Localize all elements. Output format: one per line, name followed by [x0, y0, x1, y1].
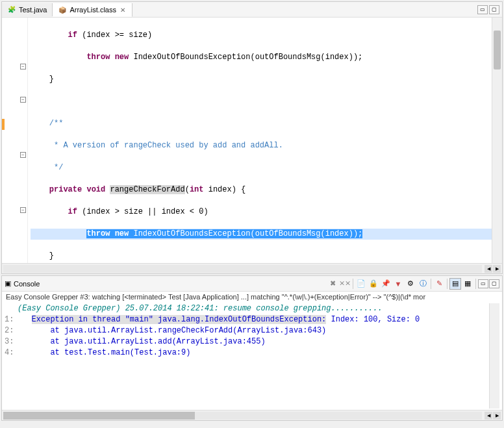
filter-button[interactable]: ▼ [392, 278, 404, 290]
editor-pane: 🧩 Test.java 📦 ArrayList.class ✕ ▭ ▢ − − … [1, 1, 503, 274]
tab-label: ArrayList.class [69, 6, 116, 14]
pin-console-button[interactable]: 📌 [380, 278, 392, 290]
class-file-icon: 📦 [58, 5, 67, 14]
edit-button[interactable]: ✎ [433, 278, 445, 290]
fold-toggle[interactable]: − [20, 97, 26, 103]
console-toolbar: ✖ ⨯⨯ 📄 🔒 📌 ▼ ⚙ ⓘ ✎ ▤ ▦ ▭ ▢ [40, 278, 502, 290]
code-content[interactable]: if (index >= size) throw new IndexOutOfB… [28, 18, 492, 263]
scroll-lock-button[interactable]: 🔒 [368, 278, 379, 290]
console-status-text: Easy Console Grepper #3: watching [<term… [2, 292, 502, 302]
scrollbar-thumb[interactable] [3, 412, 195, 420]
fold-toggle[interactable]: − [20, 152, 26, 158]
scroll-right-icon[interactable]: ▶ [493, 412, 501, 420]
remove-launch-button[interactable]: ✖ [327, 278, 338, 290]
horizontal-scrollbar[interactable]: ◀ ▶ [2, 263, 502, 273]
console-maximize-button[interactable]: ▢ [489, 279, 499, 288]
scroll-left-icon[interactable]: ◀ [485, 412, 492, 420]
maximize-button[interactable]: ▢ [489, 5, 499, 14]
clear-console-button[interactable]: 📄 [355, 278, 367, 290]
scroll-left-icon[interactable]: ◀ [485, 265, 492, 273]
console-horizontal-scrollbar[interactable]: ◀ ▶ [2, 410, 502, 420]
minimize-button[interactable]: ▭ [477, 5, 488, 14]
console-header: ▣ Console ✖ ⨯⨯ 📄 🔒 📌 ▼ ⚙ ⓘ ✎ ▤ ▦ ▭ ▢ [2, 276, 502, 292]
editor-window-controls: ▭ ▢ [477, 5, 502, 14]
open-console-button[interactable]: ▦ [462, 278, 473, 290]
console-view-title: ▣ Console [5, 279, 40, 288]
console-vertical-scrollbar[interactable] [489, 303, 499, 409]
console-line[interactable]: 2: at java.util.ArrayList.rangeCheckForA… [5, 325, 489, 336]
info-button[interactable]: ⓘ [417, 278, 429, 290]
console-icon: ▣ [5, 279, 11, 288]
source-editor[interactable]: − − − − if (index >= size) throw new Ind… [2, 18, 502, 263]
console-line[interactable]: 1: Exception in thread "main" java.lang.… [5, 314, 489, 325]
tab-test-java[interactable]: 🧩 Test.java [2, 3, 53, 16]
console-line[interactable]: 4: at test.Test.main(Test.java:9) [5, 347, 489, 359]
scrollbar-thumb[interactable] [494, 31, 501, 69]
console-minimize-button[interactable]: ▭ [478, 279, 488, 288]
console-output[interactable]: (Easy Console Grepper) 25.07.2014 18:22:… [2, 302, 502, 410]
close-icon[interactable]: ✕ [119, 6, 127, 14]
console-line[interactable]: 3: at java.util.ArrayList.add(ArrayList.… [5, 336, 489, 347]
editor-gutter[interactable]: − − − − [2, 18, 28, 263]
tab-arraylist-class[interactable]: 📦 ArrayList.class ✕ [53, 3, 132, 17]
expression-button[interactable]: ⚙ [405, 278, 416, 290]
fold-toggle[interactable]: − [20, 207, 26, 213]
tab-label: Test.java [19, 6, 47, 14]
display-console-button[interactable]: ▤ [449, 278, 461, 290]
remove-all-button[interactable]: ⨯⨯ [339, 278, 351, 290]
java-file-icon: 🧩 [7, 5, 16, 14]
console-pane: ▣ Console ✖ ⨯⨯ 📄 🔒 📌 ▼ ⚙ ⓘ ✎ ▤ ▦ ▭ ▢ Eas… [1, 275, 503, 421]
console-resume-message: (Easy Console Grepper) 25.07.2014 18:22:… [18, 303, 383, 314]
fold-toggle[interactable]: − [20, 64, 26, 69]
editor-tab-bar: 🧩 Test.java 📦 ArrayList.class ✕ ▭ ▢ [2, 2, 502, 18]
scroll-right-icon[interactable]: ▶ [493, 265, 501, 273]
vertical-scrollbar[interactable] [492, 18, 502, 263]
breakpoint-marker[interactable] [2, 119, 5, 130]
